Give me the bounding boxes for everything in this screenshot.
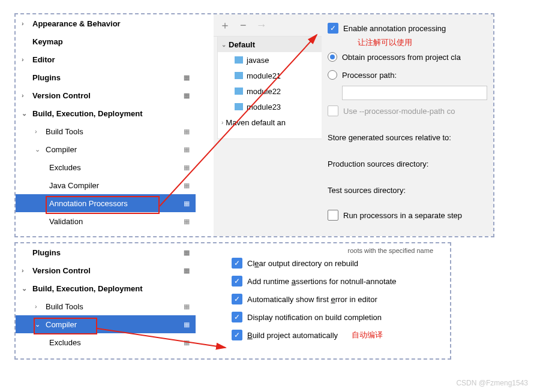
tree-editor[interactable]: ›Editor xyxy=(16,50,196,68)
chevron-right-icon: › xyxy=(22,56,29,63)
processor-path-input[interactable] xyxy=(342,86,487,100)
roots-note: roots with the specified name xyxy=(232,247,440,254)
folder-icon xyxy=(235,88,243,95)
processor-path-radio[interactable] xyxy=(328,70,337,80)
chevron-down-icon: ⌄ xyxy=(22,285,29,293)
gear-icon: ▦ xyxy=(184,303,190,310)
tree-label: Compiler xyxy=(46,320,196,329)
display-notification-label: Display notification on build completion xyxy=(247,313,382,322)
build-auto-label: Build project automatically xyxy=(247,331,338,340)
tree-appearance[interactable]: ›Appearance & Behavior xyxy=(16,14,196,32)
auto-show-error-label: Automatically show first error in editor xyxy=(247,295,377,304)
module-label: module23 xyxy=(247,102,281,111)
chevron-right-icon: › xyxy=(22,267,29,274)
chevron-down-icon: ⌄ xyxy=(35,146,42,153)
auto-show-error-row: ✓ Automatically show first error in edit… xyxy=(232,290,440,308)
tree-compiler[interactable]: ⌄Compiler▦ xyxy=(16,315,196,333)
profile-label: Maven default an xyxy=(226,118,286,127)
tree-build-tools[interactable]: ›Build Tools▦ xyxy=(16,122,196,140)
top-panel: ›Appearance & Behavior Keymap ›Editor Pl… xyxy=(14,13,494,237)
use-module-path-row: Use --processor-module-path co xyxy=(328,102,487,120)
tree-build-execution-deployment[interactable]: ⌄Build, Execution, Deployment xyxy=(16,104,196,122)
gear-icon: ▦ xyxy=(184,182,190,189)
run-separate-step-label: Run processors in a separate step xyxy=(343,211,462,220)
test-dir-label: Test sources directory: xyxy=(328,186,406,195)
tree-label: Excludes xyxy=(49,338,196,347)
run-separate-step-checkbox[interactable] xyxy=(328,210,338,221)
forward-icon[interactable]: → xyxy=(256,19,267,32)
module-label: javase xyxy=(247,56,269,65)
production-dir-label: Production sources directory: xyxy=(328,159,428,168)
tree-build-tools[interactable]: ›Build Tools▦ xyxy=(16,297,196,315)
folder-icon xyxy=(235,56,243,64)
tree-plugins[interactable]: Plugins▦ xyxy=(16,243,196,261)
tree-plugins[interactable]: Plugins▦ xyxy=(16,68,196,86)
gear-icon: ▦ xyxy=(184,92,190,99)
gear-icon: ▦ xyxy=(184,321,190,328)
tree-label: Appearance & Behavior xyxy=(32,19,196,28)
tree-label: Build, Execution, Deployment xyxy=(32,109,196,118)
tree-label: Version Control xyxy=(32,266,196,275)
clear-output-row: ✓ Clear output directory on rebuild xyxy=(232,254,440,272)
enable-annotation-label: Enable annotation processing xyxy=(343,24,446,33)
tree-java-compiler[interactable]: Java Compiler▦ xyxy=(16,176,196,194)
tree-version-control[interactable]: ›Version Control▦ xyxy=(16,86,196,104)
settings-tree-top: ›Appearance & Behavior Keymap ›Editor Pl… xyxy=(16,14,196,236)
tree-excludes[interactable]: Excludes▦ xyxy=(16,333,196,351)
tree-label: Editor xyxy=(32,55,196,64)
chevron-down-icon: ⌄ xyxy=(221,41,226,48)
remove-icon[interactable]: − xyxy=(240,19,247,32)
use-module-path-checkbox xyxy=(328,105,338,116)
use-module-path-label: Use --processor-module-path co xyxy=(343,107,455,116)
bottom-panel: Plugins▦ ›Version Control▦ ⌄Build, Execu… xyxy=(14,242,451,360)
gear-icon: ▦ xyxy=(184,249,190,257)
auto-show-error-checkbox[interactable]: ✓ xyxy=(232,294,242,304)
gear-icon: ▦ xyxy=(184,146,190,153)
tree-validation[interactable]: Validation▦ xyxy=(16,212,196,230)
gear-icon: ▦ xyxy=(184,218,190,225)
chevron-right-icon: › xyxy=(221,119,223,126)
store-label: Store generated sources relative to: xyxy=(328,133,451,142)
tree-version-control[interactable]: ›Version Control▦ xyxy=(16,261,196,279)
gear-icon: ▦ xyxy=(184,128,190,135)
tree-label: Annotation Processors xyxy=(49,199,196,208)
tree-annotation-processors[interactable]: Annotation Processors▦ xyxy=(16,194,196,212)
tree-label: Keymap xyxy=(32,37,196,46)
gear-icon: ▦ xyxy=(184,164,190,171)
tree-label: Excludes xyxy=(49,163,196,172)
clear-output-checkbox[interactable]: ✓ xyxy=(232,258,242,269)
processor-path-label: Processor path: xyxy=(342,71,397,80)
tree-label: Version Control xyxy=(32,91,196,100)
chevron-right-icon: › xyxy=(22,92,29,99)
folder-icon xyxy=(235,103,243,110)
tree-build-execution-deployment[interactable]: ⌄Build, Execution, Deployment xyxy=(16,279,196,297)
run-separate-step-row: Run processors in a separate step xyxy=(328,206,487,224)
gear-icon: ▦ xyxy=(184,74,190,82)
enable-annotation-checkbox[interactable]: ✓ xyxy=(328,23,338,34)
chevron-down-icon: ⌄ xyxy=(22,110,29,117)
tree-label: Compiler xyxy=(46,145,196,154)
chevron-right-icon: › xyxy=(35,303,42,310)
display-notification-row: ✓ Display notification on build completi… xyxy=(232,308,440,326)
tree-label: Validation xyxy=(49,217,196,226)
build-auto-checkbox[interactable]: ✓ xyxy=(232,330,242,340)
compiler-options: roots with the specified name ✓ Clear ou… xyxy=(214,243,450,358)
obtain-label: Obtain processors from project cla xyxy=(342,53,461,62)
annotation-processors-pane: ＋ − → ⌄Default javase module21 module22 … xyxy=(214,14,493,236)
tree-label: Build Tools xyxy=(46,127,196,136)
tree-label: Plugins xyxy=(32,248,196,257)
display-notification-checkbox[interactable]: ✓ xyxy=(232,312,242,322)
gear-icon: ▦ xyxy=(184,200,190,207)
assertions-checkbox[interactable]: ✓ xyxy=(232,276,242,287)
tree-label: Plugins xyxy=(32,73,196,82)
assertions-label: Add runtime assertions for notnull-annot… xyxy=(247,277,397,286)
add-icon[interactable]: ＋ xyxy=(220,18,230,32)
clear-output-label: Clear output directory on rebuild xyxy=(247,259,358,268)
tree-excludes[interactable]: Excludes▦ xyxy=(16,158,196,176)
obtain-radio[interactable] xyxy=(328,52,337,62)
chevron-down-icon: ⌄ xyxy=(35,321,42,328)
module-label: module22 xyxy=(247,87,281,96)
tree-keymap[interactable]: Keymap xyxy=(16,32,196,50)
tree-compiler[interactable]: ⌄Compiler▦ xyxy=(16,140,196,158)
annotation-options: ✓ Enable annotation processing 让注解可以使用 O… xyxy=(322,16,493,228)
